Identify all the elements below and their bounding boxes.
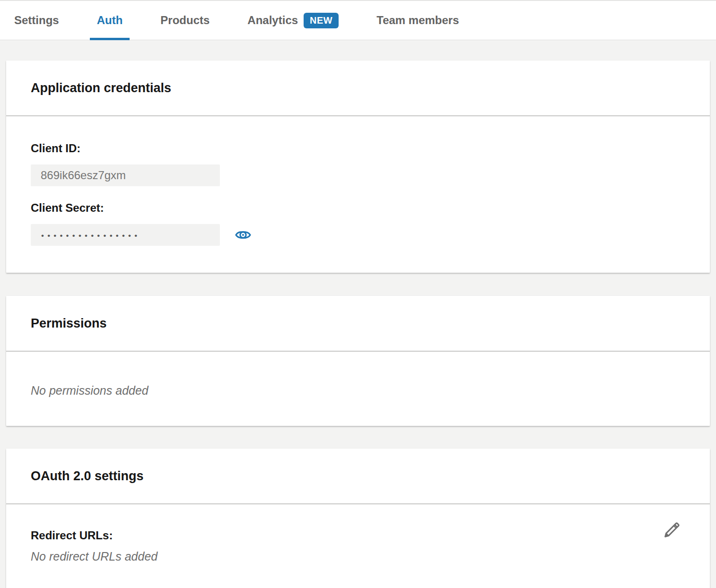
application-credentials-header: Application credentials (6, 61, 710, 116)
tab-auth-label: Auth (97, 14, 123, 27)
client-id-field[interactable]: 869ik66esz7gxm (31, 164, 220, 186)
permissions-header: Permissions (6, 296, 710, 352)
redirect-urls-label: Redirect URLs: (31, 529, 685, 542)
tab-products[interactable]: Products (153, 1, 217, 40)
main-content: Application credentials Client ID: 869ik… (0, 61, 716, 588)
application-credentials-card: Application credentials Client ID: 869ik… (6, 61, 710, 273)
edit-redirect-urls-button[interactable] (662, 519, 682, 540)
oauth-settings-header: OAuth 2.0 settings (6, 449, 710, 504)
oauth-settings-title: OAuth 2.0 settings (31, 469, 144, 484)
tab-products-label: Products (160, 14, 210, 27)
tab-team-members[interactable]: Team members (369, 1, 466, 40)
client-id-label: Client ID: (31, 142, 685, 155)
tab-team-members-label: Team members (376, 14, 459, 27)
permissions-empty-text: No permissions added (31, 384, 685, 398)
tab-analytics-label: Analytics (247, 14, 298, 27)
client-secret-field[interactable]: •••••••••••••••• (31, 224, 220, 246)
client-secret-label: Client Secret: (31, 201, 685, 215)
application-credentials-title: Application credentials (31, 81, 171, 95)
show-client-secret-button[interactable] (235, 226, 252, 243)
pencil-icon (662, 520, 682, 540)
oauth-settings-card: OAuth 2.0 settings Redirect URLs: No red… (6, 449, 710, 588)
tab-auth[interactable]: Auth (90, 1, 130, 40)
tab-bar: Settings Auth Products Analytics NEW Tea… (0, 0, 716, 40)
redirect-urls-empty-text: No redirect URLs added (31, 550, 685, 563)
tab-analytics[interactable]: Analytics NEW (240, 1, 346, 40)
tab-settings[interactable]: Settings (7, 1, 66, 40)
application-credentials-body: Client ID: 869ik66esz7gxm Client Secret:… (6, 116, 710, 273)
tab-settings-label: Settings (14, 14, 59, 27)
eye-icon (235, 226, 252, 243)
client-secret-row: •••••••••••••••• (31, 224, 685, 246)
oauth-settings-body: Redirect URLs: No redirect URLs added (6, 504, 710, 588)
permissions-card: Permissions No permissions added (6, 296, 710, 426)
new-badge: NEW (304, 13, 339, 28)
permissions-title: Permissions (31, 316, 107, 331)
permissions-body: No permissions added (6, 352, 710, 426)
